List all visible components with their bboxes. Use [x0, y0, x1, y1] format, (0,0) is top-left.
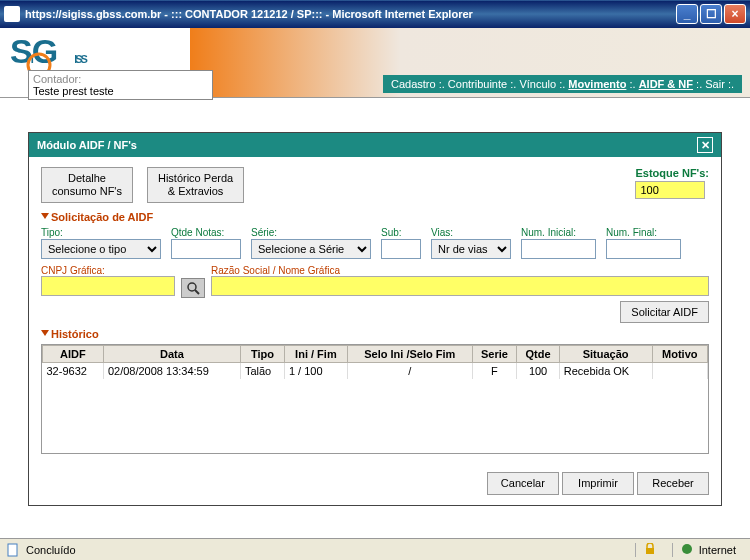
vias-label: Vias:: [431, 227, 511, 238]
contador-box: Contador: Teste prest teste: [28, 70, 213, 100]
col-selo[interactable]: Selo Ini /Selo Fim: [347, 345, 472, 362]
cnpj-grafica-input[interactable]: [41, 276, 175, 296]
serie-select[interactable]: Selecione a Série: [251, 239, 371, 259]
razao-social-label: Razão Social / Nome Gráfica: [211, 265, 709, 276]
module-title-text: Módulo AIDF / NF's: [37, 139, 137, 151]
main-menu: Cadastro :. Contribuinte :. Vínculo :. M…: [383, 75, 742, 93]
contador-value: Teste prest teste: [33, 85, 208, 97]
serie-label: Série:: [251, 227, 371, 238]
svg-point-2: [188, 283, 196, 291]
svg-rect-5: [646, 548, 654, 554]
col-aidf[interactable]: AIDF: [43, 345, 104, 362]
num-final-label: Num. Final:: [606, 227, 681, 238]
menu-movimento[interactable]: Movimento: [568, 78, 626, 90]
module-close-button[interactable]: ✕: [697, 137, 713, 153]
num-final-input[interactable]: [606, 239, 681, 259]
menu-aidf-nf[interactable]: AIDF & NF: [639, 78, 693, 90]
menu-vinculo[interactable]: Vínculo: [519, 78, 556, 90]
historico-perda-button[interactable]: Histórico Perda & Extravios: [147, 167, 244, 203]
page-icon: [6, 543, 20, 557]
window-title: https://sigiss.gbss.com.br - ::: CONTADO…: [25, 8, 676, 20]
status-text: Concluído: [26, 544, 76, 556]
search-icon: [186, 281, 200, 295]
module-titlebar: Módulo AIDF / NF's ✕: [29, 133, 721, 157]
app-logo: SIGISS: [10, 32, 86, 71]
solicitar-aidf-button[interactable]: Solicitar AIDF: [620, 301, 709, 323]
status-bar: Concluído Internet: [0, 538, 750, 560]
historico-grid[interactable]: AIDF Data Tipo Ini / Fim Selo Ini /Selo …: [41, 344, 709, 454]
col-motivo[interactable]: Motivo: [652, 345, 707, 362]
window-minimize-button[interactable]: _: [676, 4, 698, 24]
col-inifim[interactable]: Ini / Fim: [284, 345, 347, 362]
section-solicitacao-header: Solicitação de AIDF: [41, 211, 709, 223]
num-inicial-input[interactable]: [521, 239, 596, 259]
qtde-input[interactable]: [171, 239, 241, 259]
receber-button[interactable]: Receber: [637, 472, 709, 495]
tipo-label: Tipo:: [41, 227, 161, 238]
col-qtde[interactable]: Qtde: [517, 345, 559, 362]
qtde-label: Qtde Notas:: [171, 227, 241, 238]
window-maximize-button[interactable]: ☐: [700, 4, 722, 24]
table-row[interactable]: 32-9632 02/08/2008 13:34:59 Talão 1 / 10…: [43, 362, 708, 379]
col-data[interactable]: Data: [103, 345, 240, 362]
menu-sair[interactable]: Sair: [705, 78, 725, 90]
imprimir-button[interactable]: Imprimir: [562, 472, 634, 495]
lock-icon: [644, 543, 658, 557]
tipo-select[interactable]: Selecione o tipo: [41, 239, 161, 259]
contador-label: Contador:: [33, 73, 208, 85]
section-historico-header: Histórico: [41, 328, 709, 340]
module-panel: Módulo AIDF / NF's ✕ Detalhe consumo NF'…: [28, 132, 722, 506]
cancelar-button[interactable]: Cancelar: [487, 472, 559, 495]
num-inicial-label: Num. Inicial:: [521, 227, 596, 238]
cnpj-grafica-label: CNPJ Gráfica:: [41, 265, 175, 276]
cnpj-lookup-button[interactable]: [181, 278, 205, 298]
col-situacao[interactable]: Situação: [559, 345, 652, 362]
razao-social-input[interactable]: [211, 276, 709, 296]
detalhe-consumo-button[interactable]: Detalhe consumo NF's: [41, 167, 133, 203]
col-tipo[interactable]: Tipo: [240, 345, 284, 362]
svg-point-6: [682, 544, 692, 554]
ie-icon: [4, 6, 20, 22]
sub-input[interactable]: [381, 239, 421, 259]
svg-line-3: [195, 290, 199, 294]
internet-zone-text: Internet: [699, 544, 736, 556]
menu-cadastro[interactable]: Cadastro: [391, 78, 436, 90]
vias-select[interactable]: Nr de vias: [431, 239, 511, 259]
menu-contribuinte[interactable]: Contribuinte: [448, 78, 507, 90]
sub-label: Sub:: [381, 227, 421, 238]
internet-zone-icon: [681, 543, 695, 557]
svg-rect-4: [8, 544, 17, 556]
estoque-value: 100: [635, 181, 705, 199]
estoque-label: Estoque NF's:: [635, 167, 709, 179]
window-titlebar: https://sigiss.gbss.com.br - ::: CONTADO…: [0, 0, 750, 28]
col-serie[interactable]: Serie: [472, 345, 517, 362]
window-close-button[interactable]: ×: [724, 4, 746, 24]
